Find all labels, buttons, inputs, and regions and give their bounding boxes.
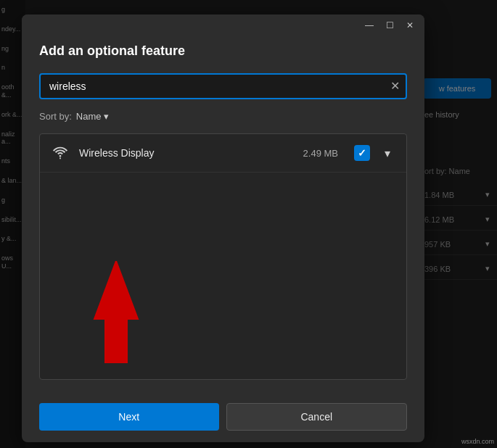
sort-label: Sort by: — [39, 111, 72, 122]
feature-name: Wireless Display — [79, 147, 295, 159]
feature-expand-button[interactable]: ▾ — [379, 144, 396, 162]
modal-footer: Next Cancel — [22, 394, 424, 442]
sort-row: Sort by: Name ▾ — [39, 111, 407, 122]
minimize-button[interactable]: — — [359, 17, 379, 33]
modal-titlebar: — ☐ ✕ — [22, 14, 424, 36]
feature-list: Wireless Display 2.49 MB ✓ ▾ — [39, 133, 407, 380]
feature-item-wireless-display[interactable]: Wireless Display 2.49 MB ✓ ▾ — [40, 134, 406, 173]
modal-overlay: — ☐ ✕ Add an optional feature ✕ Sort by:… — [0, 0, 497, 448]
feature-size: 2.49 MB — [303, 148, 338, 159]
wireless-display-icon — [52, 145, 68, 161]
feature-icon — [50, 143, 70, 163]
modal-content: Add an optional feature ✕ Sort by: Name … — [22, 36, 424, 394]
chevron-down-icon: ▾ — [104, 111, 109, 122]
close-button[interactable]: ✕ — [400, 17, 420, 33]
sort-value: Name — [76, 111, 102, 122]
next-button[interactable]: Next — [39, 403, 219, 431]
search-clear-button[interactable]: ✕ — [390, 80, 400, 92]
search-input[interactable] — [39, 73, 407, 99]
cancel-button[interactable]: Cancel — [226, 403, 408, 431]
add-optional-feature-dialog: — ☐ ✕ Add an optional feature ✕ Sort by:… — [22, 14, 424, 442]
watermark: wsxdn.com — [461, 438, 494, 445]
modal-title: Add an optional feature — [39, 43, 407, 59]
maximize-button[interactable]: ☐ — [379, 17, 400, 33]
sort-button[interactable]: Name ▾ — [76, 111, 110, 122]
feature-checkbox[interactable]: ✓ — [354, 145, 370, 161]
checkmark-icon: ✓ — [358, 148, 366, 158]
search-wrapper: ✕ — [39, 73, 407, 99]
